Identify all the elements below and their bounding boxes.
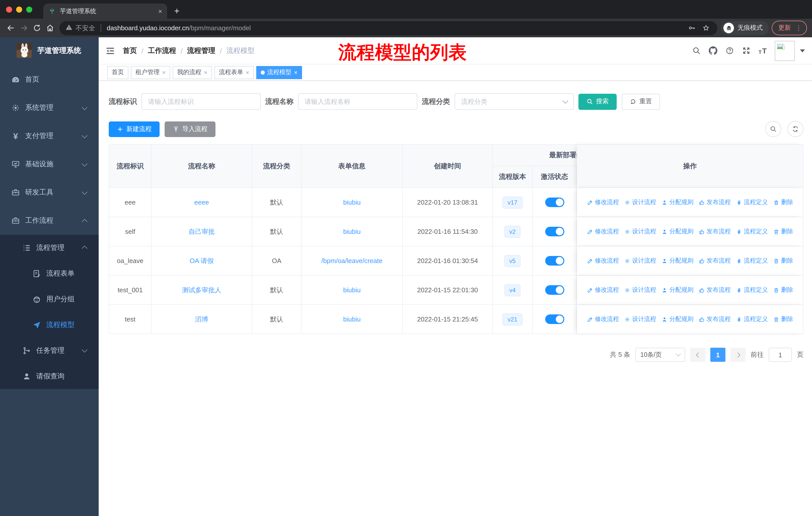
goto-page-input[interactable]: [769, 348, 792, 362]
action-assign-link[interactable]: 分配规则: [661, 227, 693, 236]
search-icon[interactable]: [692, 46, 700, 55]
sidebar-item-infra[interactable]: 基础设施: [0, 150, 99, 179]
action-definition-link[interactable]: 流程定义: [736, 198, 768, 207]
help-icon[interactable]: [725, 46, 734, 55]
action-trash-link[interactable]: 删除: [773, 315, 793, 324]
tag-close-icon[interactable]: ×: [162, 69, 166, 75]
breadcrumb-process-mgmt[interactable]: 流程管理: [187, 46, 215, 55]
action-edit-link[interactable]: 修改流程: [587, 286, 619, 294]
active-toggle[interactable]: [545, 227, 564, 236]
action-publish-link[interactable]: 发布流程: [698, 315, 731, 324]
page-size-select[interactable]: 10条/页: [635, 348, 685, 362]
font-size-icon[interactable]: TT: [758, 46, 767, 55]
action-publish-link[interactable]: 发布流程: [698, 256, 731, 265]
create-process-button[interactable]: 新建流程: [109, 121, 160, 137]
tag-close-icon[interactable]: ×: [294, 69, 297, 75]
security-label[interactable]: 不安全: [76, 23, 95, 32]
sidebar-item-home[interactable]: 首页: [0, 65, 99, 94]
action-assign-link[interactable]: 分配规则: [661, 286, 693, 294]
form-info-link[interactable]: biubiu: [343, 228, 360, 235]
toggle-search-button[interactable]: [765, 121, 781, 137]
action-trash-link[interactable]: 删除: [773, 286, 793, 294]
breadcrumb-home[interactable]: 首页: [123, 46, 137, 55]
sidebar-item-payment[interactable]: ¥支付管理: [0, 122, 99, 150]
action-publish-link[interactable]: 发布流程: [698, 198, 731, 207]
process-name-link[interactable]: eeee: [194, 198, 209, 206]
action-definition-link[interactable]: 流程定义: [736, 227, 768, 236]
action-trash-link[interactable]: 删除: [773, 198, 793, 207]
tag-close-icon[interactable]: ×: [204, 69, 207, 75]
filter-name-input[interactable]: [298, 93, 417, 110]
action-publish-link[interactable]: 发布流程: [698, 227, 731, 236]
process-name-link[interactable]: 滔博: [195, 315, 208, 324]
next-page-button[interactable]: [730, 348, 746, 362]
security-warning-icon[interactable]: [65, 24, 72, 32]
action-definition-link[interactable]: 流程定义: [736, 286, 768, 294]
action-design-link[interactable]: 设计流程: [624, 315, 656, 324]
sidebar-item-leave-query[interactable]: 请假查询: [0, 363, 99, 389]
tag-my-process[interactable]: 我的流程×: [173, 66, 212, 79]
back-button[interactable]: [4, 21, 17, 34]
process-name-link[interactable]: 自己审批: [188, 227, 215, 236]
form-info-link[interactable]: /bpm/oa/leave/create: [321, 257, 383, 265]
user-avatar[interactable]: [775, 40, 795, 61]
action-assign-link[interactable]: 分配规则: [661, 256, 693, 265]
minimize-window-button[interactable]: [16, 6, 22, 12]
action-edit-link[interactable]: 修改流程: [587, 227, 619, 236]
forward-button[interactable]: [17, 21, 30, 34]
active-toggle[interactable]: [545, 197, 564, 207]
action-definition-link[interactable]: 流程定义: [736, 256, 768, 265]
sidebar-item-user-group[interactable]: 用户分组: [0, 286, 99, 312]
fullscreen-icon[interactable]: [742, 46, 750, 55]
collapse-sidebar-icon[interactable]: [105, 46, 115, 56]
tag-home[interactable]: 首页: [107, 66, 128, 79]
sidebar-item-devtools[interactable]: 研发工具: [0, 179, 99, 207]
form-info-link[interactable]: biubiu: [343, 286, 360, 294]
action-trash-link[interactable]: 删除: [773, 256, 793, 265]
sidebar-item-task-mgmt[interactable]: 任务管理: [0, 337, 99, 363]
avatar-caret-icon[interactable]: [800, 49, 805, 52]
action-design-link[interactable]: 设计流程: [624, 256, 656, 265]
active-toggle[interactable]: [545, 315, 564, 324]
new-tab-button[interactable]: +: [174, 3, 179, 19]
bookmark-star-icon[interactable]: [700, 22, 711, 33]
action-design-link[interactable]: 设计流程: [624, 286, 656, 294]
browser-tab[interactable]: 芋道管理系统 ×: [43, 3, 167, 19]
home-button[interactable]: [43, 21, 56, 34]
action-publish-link[interactable]: 发布流程: [698, 286, 731, 294]
tag-process-model[interactable]: 流程模型×: [256, 66, 302, 79]
search-button[interactable]: 搜索: [578, 93, 617, 110]
browser-update-button[interactable]: 更新 ⋮: [772, 21, 807, 35]
import-process-button[interactable]: 导入流程: [165, 121, 215, 137]
action-design-link[interactable]: 设计流程: [624, 198, 656, 207]
action-edit-link[interactable]: 修改流程: [587, 256, 619, 265]
sidebar-item-process-mgmt[interactable]: 流程管理: [0, 235, 99, 261]
form-info-link[interactable]: biubiu: [343, 316, 360, 323]
page-number-1[interactable]: 1: [710, 348, 725, 362]
sidebar-item-workflow[interactable]: 工作流程: [0, 207, 99, 235]
filter-key-input[interactable]: [141, 93, 261, 110]
maximize-window-button[interactable]: [26, 6, 32, 12]
action-assign-link[interactable]: 分配规则: [661, 315, 693, 324]
sidebar-item-system[interactable]: 系统管理: [0, 94, 99, 122]
process-name-link[interactable]: OA 请假: [190, 256, 213, 265]
refresh-table-button[interactable]: [787, 121, 804, 137]
address-bar[interactable]: 不安全 dashboard.yudao.iocoder.cn/bpm/manag…: [59, 21, 717, 35]
active-toggle[interactable]: [545, 285, 564, 295]
action-trash-link[interactable]: 删除: [773, 227, 793, 236]
active-toggle[interactable]: [545, 256, 564, 266]
breadcrumb-workflow[interactable]: 工作流程: [148, 46, 176, 55]
tag-process-form[interactable]: 流程表单×: [214, 66, 254, 79]
form-info-link[interactable]: biubiu: [343, 198, 360, 206]
action-assign-link[interactable]: 分配规则: [661, 198, 693, 207]
sidebar-item-process-model[interactable]: 流程模型: [0, 312, 99, 337]
close-window-button[interactable]: [6, 6, 12, 12]
github-icon[interactable]: [708, 46, 717, 55]
reset-button[interactable]: 重置: [622, 93, 660, 110]
password-key-icon[interactable]: [686, 22, 697, 33]
action-design-link[interactable]: 设计流程: [624, 227, 656, 236]
filter-category-select[interactable]: 流程分类: [455, 93, 574, 110]
tag-close-icon[interactable]: ×: [246, 69, 249, 75]
prev-page-button[interactable]: [690, 348, 705, 362]
sidebar-item-process-form[interactable]: 流程表单: [0, 261, 99, 286]
